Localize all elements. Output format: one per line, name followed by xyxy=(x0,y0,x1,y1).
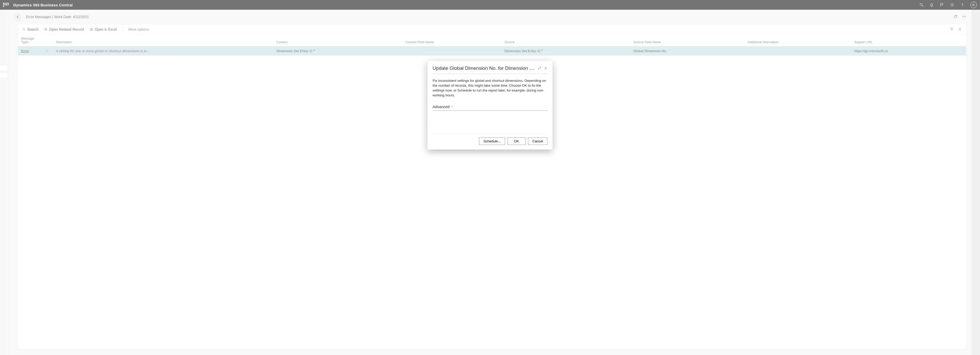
overlay-scrim xyxy=(0,0,980,355)
expand-icon[interactable] xyxy=(538,66,541,71)
dialog-header: Update Global Dimension No. for Dimensio… xyxy=(428,61,552,74)
close-icon[interactable] xyxy=(544,66,547,71)
cancel-button[interactable]: Cancel xyxy=(528,138,547,145)
advanced-toggle[interactable]: Advanced xyxy=(433,104,547,111)
dialog-title: Update Global Dimension No. for Dimensio… xyxy=(433,66,535,71)
dialog: Update Global Dimension No. for Dimensio… xyxy=(428,61,552,150)
dialog-spacer xyxy=(428,111,552,134)
ok-button[interactable]: OK xyxy=(508,138,525,145)
advanced-label: Advanced xyxy=(433,104,450,109)
dialog-footer: Schedule... OK Cancel xyxy=(428,134,552,150)
chevron-right-icon xyxy=(451,105,453,108)
schedule-button[interactable]: Schedule... xyxy=(479,138,505,145)
dialog-body: Fix inconsistent settings for global and… xyxy=(428,74,552,101)
